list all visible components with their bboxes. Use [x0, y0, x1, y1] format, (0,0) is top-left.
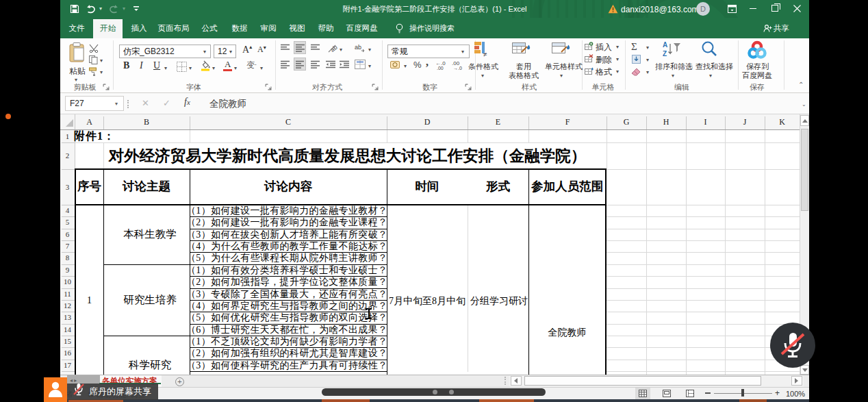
- svg-text:ab: ab: [355, 44, 361, 51]
- svg-text:.00: .00: [437, 66, 444, 71]
- svg-text:≠: ≠: [483, 51, 487, 58]
- svg-text:ab: ab: [329, 44, 338, 53]
- svg-text:Z: Z: [663, 50, 667, 58]
- svg-text:A: A: [663, 41, 667, 49]
- svg-text:→.0: →.0: [453, 66, 462, 71]
